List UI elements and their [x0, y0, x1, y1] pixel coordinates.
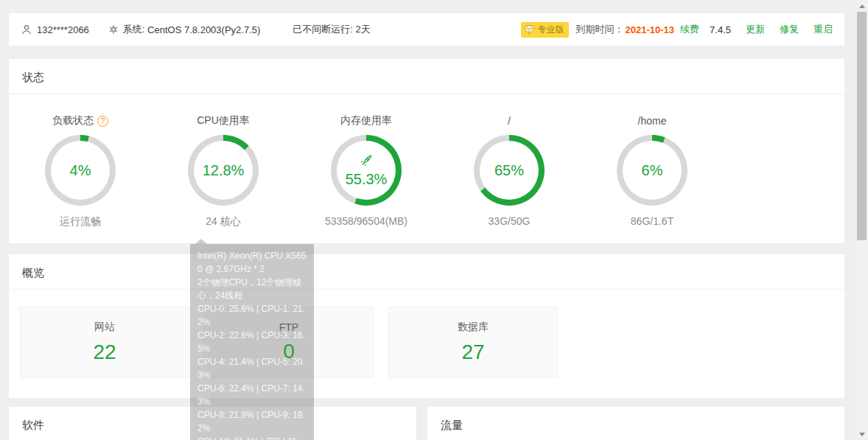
tooltip-line: 2个物理CPU，12个物理核心，24线程	[197, 276, 307, 302]
system-value: CentOS 7.8.2003(Py2.7.5)	[147, 24, 260, 35]
gauge-disk-home-title: /home	[638, 115, 667, 127]
sites-label: 网站	[94, 321, 115, 334]
tooltip-line: CPU-6: 22.4% | CPU-7: 14.3%	[197, 382, 307, 408]
scroll-down-arrow[interactable]	[855, 428, 868, 440]
overview-section: 概览 网站 22 FTP 0 数据库 27	[9, 254, 844, 398]
expire-date: 2021-10-13	[626, 24, 675, 35]
load-percent: 4%	[70, 162, 91, 179]
cpu-tooltip: Intel(R) Xeon(R) CPU X5650 @ 2.67GHz * 2…	[190, 244, 314, 440]
database-label: 数据库	[458, 321, 489, 334]
traffic-title: 流量	[427, 407, 844, 440]
diamond-icon	[524, 25, 535, 35]
user-icon	[21, 24, 32, 35]
ftp-count: 0	[283, 340, 295, 363]
disk-root-usage-text: 33G/50G	[489, 215, 531, 227]
disk-root-donut[interactable]: 65%	[474, 135, 545, 206]
disk-home-usage-text: 86G/1.6T	[631, 215, 673, 227]
memory-percent: 55.3%	[346, 171, 388, 188]
disk-home-donut[interactable]: 6%	[617, 135, 687, 206]
tooltip-line: CPU-10: 21.1% | CPU-11: 17.5%	[197, 435, 307, 440]
pro-badge-label: 专业版	[538, 24, 564, 36]
scroll-up-arrow[interactable]	[855, 0, 868, 12]
gauge-cpu-title: CPU使用率	[197, 114, 250, 128]
load-donut[interactable]: 4%	[45, 135, 116, 206]
gauge-memory-title: 内存使用率	[340, 114, 392, 128]
status-title: 状态	[9, 59, 844, 94]
memory-donut[interactable]: 55.3%	[331, 135, 402, 206]
status-section: 状态 负载状态 ? 4% 运行流畅 CPU使用率 12.8% 2	[9, 59, 844, 243]
memory-usage-text: 53358/96504(MB)	[325, 215, 407, 227]
database-count: 27	[461, 341, 484, 364]
update-link[interactable]: 更新	[746, 23, 765, 36]
system-info: 系统: CentOS 7.8.2003(Py2.7.5)	[108, 23, 260, 36]
gauge-disk-root: / 65% 33G/50G	[438, 114, 581, 228]
system-label: 系统:	[123, 23, 145, 36]
ftp-label: FTP	[279, 321, 298, 333]
expire-label: 到期时间：	[576, 23, 624, 36]
renew-link[interactable]: 续费	[680, 23, 699, 36]
panel-version: 7.4.5	[710, 24, 731, 35]
gauge-disk-root-title: /	[508, 115, 511, 127]
disk-root-percent: 65%	[494, 162, 524, 179]
cpu-cores-text: 24 核心	[206, 215, 240, 228]
pro-badge[interactable]: 专业版	[521, 22, 569, 38]
sites-card[interactable]: 网站 22	[20, 307, 189, 378]
gauge-load-title: 负载状态	[52, 114, 94, 128]
tooltip-line: Intel(R) Xeon(R) CPU X5650 @ 2.67GHz * 2	[197, 249, 307, 276]
user-info: 132****2066	[21, 24, 89, 35]
database-card[interactable]: 数据库 27	[388, 307, 558, 378]
user-id: 132****2066	[37, 24, 89, 35]
load-status-text: 运行流畅	[60, 215, 101, 228]
disk-home-percent: 6%	[642, 162, 663, 179]
traffic-section: 流量	[427, 407, 844, 440]
tooltip-line: CPU-8: 21.9% | CPU-9: 19.2%	[197, 408, 307, 435]
help-icon[interactable]: ?	[97, 116, 108, 127]
gauge-disk-home: /home 6% 86G/1.6T	[581, 114, 724, 228]
repair-link[interactable]: 修复	[780, 23, 799, 36]
uptime: 已不间断运行: 2天	[293, 23, 370, 36]
topbar: 132****2066 系统: CentOS 7.8.2003(Py2.7.5)…	[9, 13, 844, 46]
sites-count: 22	[93, 341, 116, 364]
scrollbar-thumb[interactable]	[857, 12, 867, 240]
cpu-percent: 12.8%	[203, 162, 245, 179]
scrollbar[interactable]	[855, 0, 868, 440]
overview-title: 概览	[9, 254, 844, 290]
cpu-donut[interactable]: 12.8%	[188, 135, 259, 206]
rocket-icon	[360, 153, 374, 170]
gauge-memory: 内存使用率 55.3% 53358/96504(MB)	[295, 114, 438, 228]
gauge-cpu: CPU使用率 12.8% 24 核心	[152, 114, 295, 228]
restart-link[interactable]: 重启	[813, 23, 833, 36]
gauge-load: 负载状态 ? 4% 运行流畅	[9, 114, 152, 228]
gear-icon	[108, 24, 119, 35]
